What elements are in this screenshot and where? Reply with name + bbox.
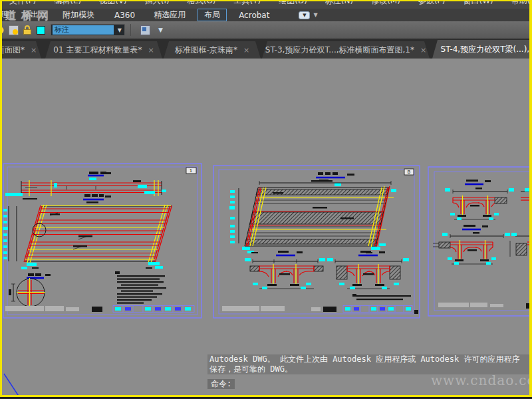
sheet-number-box: 1 [186, 168, 196, 174]
menubar-clipped: 文件(F) 编辑(E) 视图(V) 插入(I) 格式(O) 工具(T) 绘图(D… [0, 0, 532, 9]
svg-text:B: B [408, 170, 411, 175]
site-watermark-bottom: www.cndao.com [431, 372, 532, 388]
menu-item[interactable]: 帮助(H) [511, 0, 532, 9]
toolbar-flyout-icon[interactable]: ▼ [158, 27, 163, 33]
ribbon-tab-bar: 理 输出 附加模块 A360 精选应用 布局 Acrobat ▼ ▼ [0, 9, 532, 21]
file-tab[interactable]: ST-3,预应力砼双T...,标准横断面布置图,1* × [262, 41, 430, 59]
close-icon[interactable]: × [148, 46, 154, 55]
layer-color-swatch[interactable] [37, 26, 45, 35]
command-history-line: Autodesk DWG。 此文件上次由 Autodesk 应用程序或 Auto… [207, 354, 531, 364]
deck-plan [229, 180, 396, 253]
layer-freeze-icon[interactable] [9, 25, 19, 35]
notes-block [352, 294, 411, 300]
title-block-strip [5, 306, 194, 313]
ribbon-tab-acrobat[interactable]: Acrobat [232, 10, 276, 21]
file-tab-bar: 新面图* × 01 主要工程材料数量表* × 标准图框-京珠南* × ST-3,… [0, 39, 532, 59]
menu-item[interactable]: 视图(V) [99, 0, 127, 9]
file-tab-label: ST-3,预应力砼双T...,标准横断面布置图,1* [265, 45, 414, 56]
drawing-canvas[interactable]: 1 [0, 59, 532, 397]
rubberband-line [0, 372, 27, 397]
ribbon-tab-a360[interactable]: A360 [108, 10, 142, 21]
ribbon-collapse-arrow-icon[interactable]: ▼ [313, 12, 317, 18]
menu-item[interactable]: 绘图(D) [279, 0, 307, 9]
notes-block [115, 271, 166, 304]
layer-dropdown[interactable]: 标注 ▼ [51, 24, 125, 36]
toolbar-separator [130, 24, 131, 36]
file-tab[interactable]: 01 主要工程材料数量表* × [45, 41, 162, 59]
title-block-strip [438, 303, 531, 309]
svg-text:1: 1 [190, 168, 192, 174]
close-icon[interactable]: × [243, 46, 249, 55]
file-tab-label: 01 主要工程材料数量表* [53, 45, 142, 56]
ribbon-tab-addins[interactable]: 附加模块 [56, 9, 101, 21]
title-block-strip [222, 306, 418, 315]
chevron-down-icon[interactable]: ▼ [115, 27, 124, 33]
menu-item[interactable]: 修改(M) [371, 0, 400, 9]
layer-properties-icon[interactable] [140, 25, 150, 35]
menu-item[interactable]: 标注(N) [325, 0, 353, 9]
layout-sheet-right [428, 166, 532, 317]
cross-section-midspan [245, 251, 325, 289]
close-icon[interactable]: × [420, 46, 426, 55]
unlock-icon[interactable] [23, 25, 33, 35]
ribbon-collapse-button[interactable]: ▼ [299, 11, 310, 19]
sheet-number-box: B [404, 169, 414, 175]
menu-item[interactable]: 参数(P) [418, 0, 446, 9]
file-tab-label: 新面图* [0, 45, 25, 56]
t-beam-section-2 [433, 225, 532, 265]
command-prompt[interactable]: 命令: [207, 379, 235, 389]
file-tab[interactable]: 新面图* × [0, 41, 41, 59]
close-icon[interactable]: × [31, 46, 37, 55]
layer-dropdown-value: 标注 [53, 25, 114, 35]
plan-view [3, 194, 172, 269]
cross-section-support [327, 251, 409, 289]
site-watermark-top: 道桥网 [5, 8, 53, 23]
plan-title [311, 172, 354, 186]
menu-item[interactable]: 编辑(E) [54, 0, 81, 9]
ribbon-tab-featured-apps[interactable]: 精选应用 [147, 9, 192, 21]
file-tab-active[interactable]: ST-4,预应力砼双T梁(...),双T梁 [432, 40, 532, 59]
file-tab-label: ST-4,预应力砼双T梁(...),双T梁 [441, 44, 532, 55]
t-beam-section-1 [445, 180, 532, 220]
sun-icon[interactable] [0, 25, 5, 35]
layout-sheet-middle: B [213, 165, 420, 319]
file-tab[interactable]: 标准图框-京珠南* × [164, 41, 261, 59]
ribbon-tab-layout[interactable]: 布局 [198, 9, 227, 21]
file-tab-label: 标准图框-京珠南* [175, 45, 237, 56]
menu-item[interactable]: 窗口(W) [464, 0, 493, 9]
layer-toolbar: 标注 ▼ ▼ [0, 21, 532, 39]
menu-item[interactable]: 工具(T) [234, 0, 261, 9]
layout-sheet-left: 1 [3, 163, 202, 319]
menu-item[interactable]: 格式(O) [188, 0, 216, 9]
menu-item[interactable]: 插入(I) [145, 0, 170, 9]
detail-view [9, 273, 51, 310]
